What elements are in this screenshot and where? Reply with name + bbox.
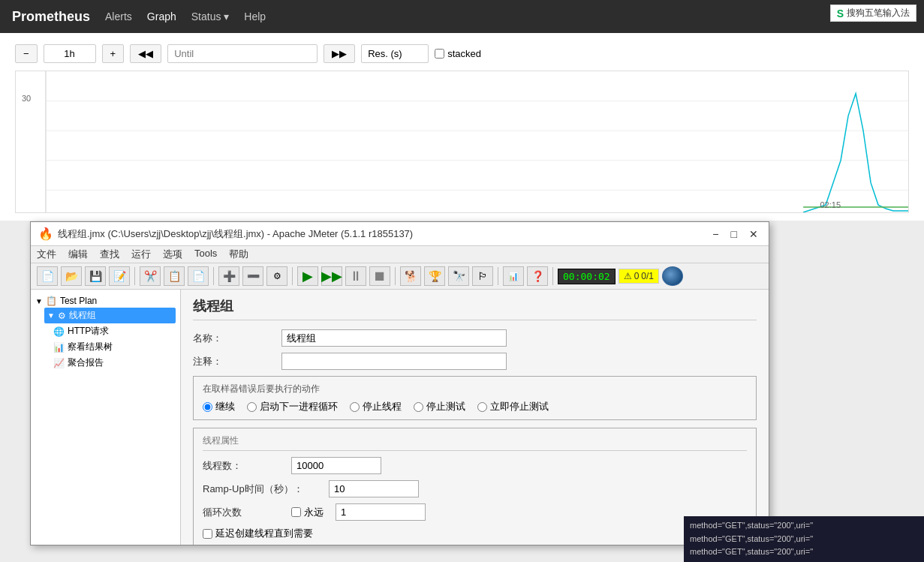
thread-section-title: 线程属性 [203,434,747,451]
tree-item-threadgroup[interactable]: ▼ ⚙ 线程组 [44,308,176,323]
tree-item-testplan[interactable]: ▼ 📋 Test Plan [35,294,176,308]
sogou-icon: S [837,8,844,20]
maximize-button[interactable]: □ [728,228,740,240]
menu-run[interactable]: 运行 [131,248,151,261]
radio-next-loop[interactable]: 启动下一进程循环 [247,400,338,413]
nav-help[interactable]: Help [244,11,266,23]
tb-search[interactable]: 🔭 [448,266,469,286]
delay-label[interactable]: 延迟创建线程直到需要 [203,527,313,540]
stacked-text: stacked [447,48,481,59]
menu-find[interactable]: 查找 [100,248,119,261]
rampup-label: Ramp-Up时间（秒）： [203,482,323,496]
menu-file[interactable]: 文件 [37,248,56,261]
menu-help[interactable]: 帮助 [229,248,248,261]
time-forward-button[interactable]: ▶▶ [324,44,355,63]
thread-section: 线程属性 线程数： Ramp-Up时间（秒）： 循环次数 永远 [193,428,757,545]
testplan-icon: 📋 [46,296,57,306]
tb-clear-all[interactable]: 🏆 [424,266,445,286]
thread-count-input[interactable] [291,457,381,474]
http-icon: 🌐 [53,326,65,337]
radio-stop-test[interactable]: 停止测试 [414,400,465,413]
comment-input[interactable] [281,353,507,370]
tb-config[interactable]: ⚙ [266,266,287,286]
menu-tools[interactable]: Tools [194,248,217,261]
radio-continue-label: 继续 [215,400,235,413]
loop-input[interactable] [336,503,426,521]
res-input[interactable] [361,44,429,63]
duration-minus-button[interactable]: − [15,44,38,63]
delay-checkbox[interactable] [203,529,212,539]
nav-status[interactable]: Status [191,11,230,23]
tb-timer: 00:00:02 [558,269,615,284]
minimize-button[interactable]: − [709,228,721,240]
tb-start-no-pause[interactable]: ▶▶ [321,266,342,286]
nav-graph[interactable]: Graph [147,11,176,23]
name-row: 名称： [193,329,757,347]
tb-new[interactable]: 📄 [37,266,58,286]
tb-cut[interactable]: ✂️ [140,266,161,286]
titlebar-controls: − □ ✕ [709,228,761,240]
tb-warn: ⚠ 0 0/1 [619,269,659,284]
warn-fraction: 0/1 [641,271,654,281]
tb-open[interactable]: 📂 [61,266,82,286]
sogou-badge: S 搜狗五笔输入法 [830,5,916,22]
tb-copy[interactable]: 📋 [164,266,185,286]
aggregate-icon: 📈 [53,358,65,368]
close-button[interactable]: ✕ [746,228,761,240]
tb-flag[interactable]: 🏳 [472,266,493,286]
prometheus-toolbar: − + ◀◀ ▶▶ stacked [15,44,909,63]
tb-add[interactable]: ➕ [218,266,239,286]
radio-stop-thread-label: 停止线程 [363,400,402,413]
tree-item-http[interactable]: 🌐 HTTP请求 [53,323,176,339]
graph-y-label: 30 [22,94,31,103]
tb-save[interactable]: 💾 [85,266,106,286]
tb-start[interactable]: ▶ [297,266,318,286]
nav-alerts[interactable]: Alerts [105,11,132,23]
stacked-label[interactable]: stacked [435,48,481,59]
forever-label[interactable]: 永远 [291,506,324,519]
warn-icon: ⚠ [624,271,632,281]
threadgroup-icon: ⚙ [58,311,66,321]
radio-stop-thread[interactable]: 停止线程 [350,400,402,413]
duration-plus-button[interactable]: + [102,44,125,63]
menu-edit[interactable]: 编辑 [68,248,88,261]
graph-x-label: 02:15 [820,200,841,209]
tree-item-aggregate[interactable]: 📈 聚合报告 [53,355,176,371]
jmeter-window: 🔥 线程组.jmx (C:\Users\zjj\Desktop\zjj\线程组.… [30,221,769,545]
tb-shutdown[interactable]: ⏹ [369,266,390,286]
loop-label: 循环次数 [203,506,285,519]
jmeter-app-icon: 🔥 [38,227,53,241]
tb-sep1 [134,267,135,285]
tb-save-as[interactable]: 📝 [109,266,130,286]
jmeter-toolbar: 📄 📂 💾 📝 ✂️ 📋 📄 ➕ ➖ ⚙ ▶ ▶▶ ⏸ ⏹ 🐕 🏆 🔭 🏳 📊 … [31,263,769,290]
threadgroup-label: 线程组 [69,309,96,322]
tb-paste[interactable]: 📄 [188,266,209,286]
rampup-row: Ramp-Up时间（秒）： [203,480,747,497]
tb-help[interactable]: ❓ [527,266,548,286]
stacked-checkbox[interactable] [435,49,444,59]
prometheus-navbar: Prometheus Alerts Graph Status Help S 搜狗… [0,0,924,33]
tb-globe[interactable] [662,266,683,286]
tb-table[interactable]: 📊 [503,266,524,286]
jmeter-title: 🔥 线程组.jmx (C:\Users\zjj\Desktop\zjj\线程组.… [38,227,413,241]
radio-continue[interactable]: 继续 [203,400,235,413]
name-label: 名称： [193,332,275,345]
radio-stop-test-now[interactable]: 立即停止测试 [477,400,549,413]
forever-checkbox[interactable] [291,507,301,517]
jmeter-tree: ▼ 📋 Test Plan ▼ ⚙ 线程组 🌐 HTTP请求 📊 察看结果树 [31,290,181,545]
error-section-title: 在取样器错误后要执行的动作 [203,383,747,395]
rampup-input[interactable] [329,480,419,497]
duration-input[interactable] [44,44,96,63]
tb-stop[interactable]: ⏸ [345,266,366,286]
until-input[interactable] [167,44,318,63]
time-back-button[interactable]: ◀◀ [130,44,161,63]
menu-options[interactable]: 选项 [163,248,182,261]
prometheus-graph: 30 02:15 [15,71,909,213]
tb-clear[interactable]: 🐕 [400,266,421,286]
name-input[interactable] [281,329,507,347]
radio-next-loop-label: 启动下一进程循环 [260,400,338,413]
tree-item-resulttree[interactable]: 📊 察看结果树 [53,339,176,355]
tb-remove[interactable]: ➖ [242,266,263,286]
comment-label: 注释： [193,355,275,368]
resulttree-label: 察看结果树 [68,341,113,353]
